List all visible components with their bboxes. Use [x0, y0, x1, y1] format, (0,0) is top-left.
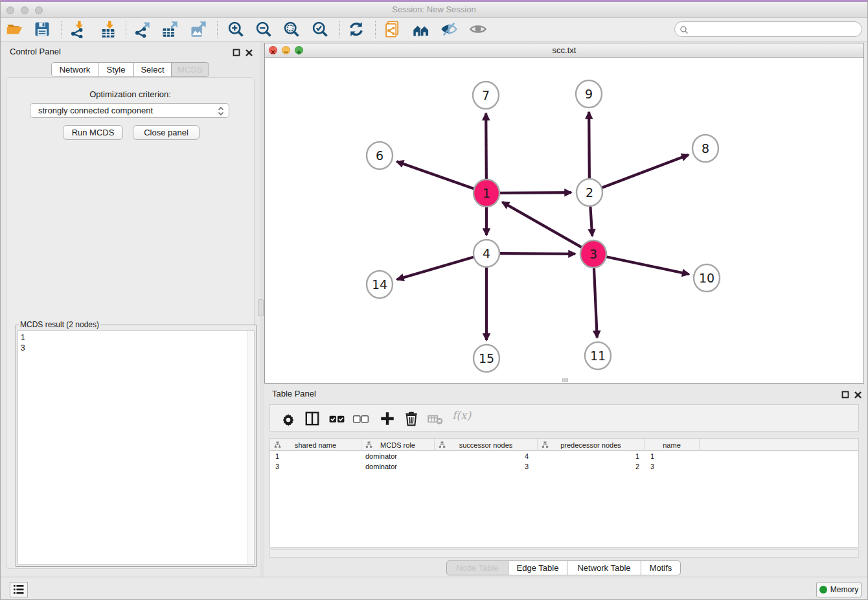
graph-edge-3-11[interactable] — [594, 266, 597, 338]
mcds-result-title: MCDS result (2 nodes) — [19, 320, 100, 329]
zoom-in-icon[interactable] — [227, 20, 245, 38]
network-graph: 7968124314101511 — [265, 58, 863, 382]
graph-node-label: 7 — [482, 88, 490, 102]
close-panel-button[interactable]: Close panel — [133, 125, 200, 140]
table-row[interactable]: 1 dominator 4 1 1 — [270, 451, 858, 461]
mcds-result-line: 3 — [21, 343, 251, 353]
graph-edge-2-8[interactable] — [601, 155, 689, 188]
function-builder-icon[interactable]: f(x) — [452, 409, 478, 426]
graph-edge-1-2[interactable] — [499, 192, 571, 193]
zoom-out-icon[interactable] — [255, 20, 273, 38]
tab-style[interactable]: Style — [98, 62, 134, 77]
cell-shared-name: 3 — [270, 461, 361, 472]
import-network-icon[interactable] — [69, 20, 87, 38]
export-image-icon[interactable] — [189, 20, 207, 38]
cell-successor-nodes: 3 — [435, 461, 538, 472]
toolbar-separator — [61, 21, 62, 38]
mcds-result-textarea[interactable]: 1 3 — [17, 330, 255, 565]
result-scrollbar[interactable] — [247, 331, 254, 564]
tab-network[interactable]: Network — [51, 62, 98, 77]
table-header-row: shared name MCDS role successor nodes pr… — [270, 439, 858, 451]
tab-node-table[interactable]: Node Table — [446, 560, 508, 575]
graph-node-label: 3 — [589, 247, 597, 261]
graph-edge-3-1[interactable] — [502, 202, 582, 248]
new-network-from-selection-icon[interactable] — [383, 20, 402, 38]
cell-mcds-role: dominator — [361, 461, 435, 472]
import-table-icon[interactable] — [99, 20, 117, 38]
application-window: Session: New Session — [0, 0, 868, 600]
graph-edge-4-14[interactable] — [397, 257, 475, 279]
add-column-icon[interactable] — [379, 410, 396, 427]
graph-edge-1-7[interactable] — [486, 113, 486, 181]
network-canvas[interactable]: 7968124314101511 — [265, 58, 863, 382]
tab-network-table[interactable]: Network Table — [567, 560, 641, 575]
table-row[interactable]: 3 dominator 3 2 3 — [270, 461, 858, 472]
toolbar-separator — [217, 21, 218, 38]
graph-edge-4-3[interactable] — [499, 253, 575, 254]
criterion-value: strongly connected component — [38, 106, 153, 115]
column-header-predecessor-nodes[interactable]: predecessor nodes — [538, 439, 645, 451]
export-network-icon[interactable] — [133, 20, 151, 38]
network-titlebar[interactable]: scc.txt — [265, 43, 863, 58]
show-all-icon[interactable] — [469, 20, 487, 38]
cell-shared-name: 1 — [270, 451, 361, 461]
search-input[interactable] — [674, 21, 862, 37]
zoom-selected-icon[interactable] — [311, 20, 329, 38]
graph-edge-2-3[interactable] — [590, 205, 592, 236]
show-column-panel-icon[interactable] — [304, 410, 321, 427]
graph-edge-2-9[interactable] — [589, 112, 589, 180]
export-table-icon[interactable] — [161, 20, 179, 38]
cell-name: 3 — [645, 461, 700, 472]
memory-label: Memory — [830, 585, 858, 594]
save-icon[interactable] — [33, 20, 51, 38]
select-all-columns-icon[interactable] — [328, 410, 345, 427]
column-header-successor-nodes[interactable]: successor nodes — [435, 439, 538, 451]
column-label: name — [663, 441, 681, 449]
open-folder-icon[interactable] — [6, 20, 24, 38]
table-horizontal-scrollbar[interactable] — [269, 549, 859, 558]
network-title: scc.txt — [265, 45, 863, 55]
column-header-name[interactable]: name — [645, 439, 700, 451]
run-mcds-button[interactable]: Run MCDS — [63, 125, 123, 140]
cell-mcds-role: dominator — [361, 451, 435, 461]
tab-mcds[interactable]: MCDS — [172, 62, 209, 77]
cell-successor-nodes: 4 — [435, 451, 538, 461]
criterion-select[interactable]: strongly connected component — [30, 103, 229, 118]
first-neighbors-icon[interactable] — [412, 20, 430, 38]
hide-selected-icon[interactable] — [440, 20, 458, 38]
float-panel-icon[interactable] — [233, 48, 241, 56]
table-options-icon[interactable] — [280, 410, 297, 427]
graph-node-label: 15 — [479, 351, 494, 365]
task-history-button[interactable] — [10, 582, 28, 597]
control-panel-title: Control Panel — [10, 47, 61, 56]
tree-icon — [542, 441, 549, 448]
status-bar: Memory — [1, 577, 867, 600]
column-header-shared-name[interactable]: shared name — [270, 439, 361, 451]
tab-motifs[interactable]: Motifs — [641, 560, 681, 575]
zoom-fit-icon[interactable] — [282, 20, 301, 38]
graph-node-label: 2 — [586, 185, 593, 200]
column-header-mcds-role[interactable]: MCDS role — [361, 439, 435, 451]
graph-edge-1-6[interactable] — [396, 161, 475, 189]
splitter-grip[interactable] — [258, 299, 264, 316]
close-table-panel-icon[interactable] — [854, 390, 862, 398]
delete-table-icon[interactable] — [427, 410, 444, 427]
tab-select[interactable]: Select — [134, 62, 172, 77]
mcds-result-line: 1 — [21, 332, 251, 343]
table-tabs: Node Table Edge Table Network Table Moti… — [446, 560, 681, 575]
close-panel-icon[interactable] — [245, 48, 253, 56]
network-resize-handle[interactable] — [562, 378, 568, 382]
tab-edge-table[interactable]: Edge Table — [508, 560, 567, 575]
memory-status-dot — [819, 586, 827, 594]
deselect-all-columns-icon[interactable] — [352, 410, 369, 427]
float-table-panel-icon[interactable] — [841, 390, 850, 398]
tree-icon — [274, 441, 281, 448]
refresh-icon[interactable] — [347, 20, 365, 38]
graph-edge-3-10[interactable] — [606, 257, 689, 274]
table-panel: Table Panel — [264, 387, 864, 576]
graph-node-label: 6 — [376, 148, 383, 163]
memory-button[interactable]: Memory — [816, 582, 862, 597]
cell-name: 1 — [645, 451, 700, 461]
delete-column-icon[interactable] — [403, 410, 420, 427]
cell-predecessor-nodes: 1 — [538, 451, 645, 461]
